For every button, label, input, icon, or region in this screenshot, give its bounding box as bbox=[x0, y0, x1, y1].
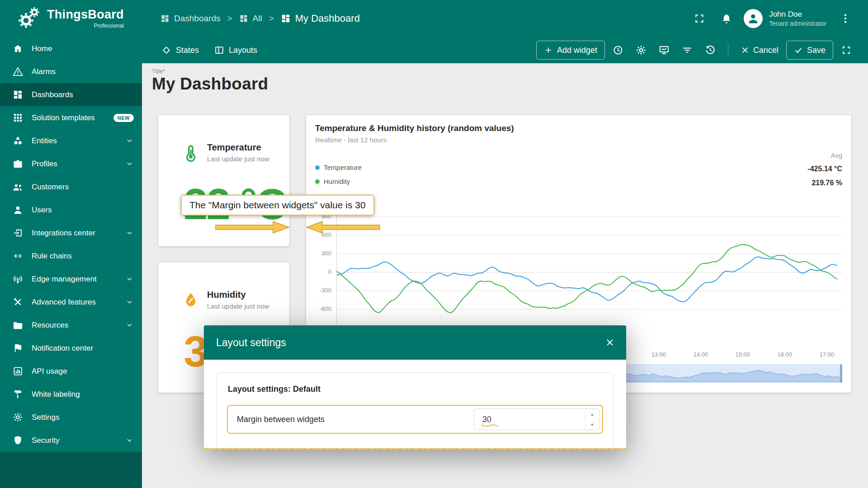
sidebar-item-notification-center[interactable]: Notification center bbox=[0, 337, 142, 360]
section-title: Layout settings: Default bbox=[228, 385, 603, 394]
sidebar-item-profiles[interactable]: Profiles bbox=[0, 152, 142, 175]
sidebar-item-dashboards[interactable]: Dashboards bbox=[0, 83, 142, 106]
chart-title: Temperature & Humidity history (random v… bbox=[315, 123, 514, 133]
avatar[interactable] bbox=[744, 9, 763, 28]
stepper-up-button[interactable]: ▲ bbox=[585, 409, 599, 419]
tour-arrow-right-icon bbox=[215, 220, 289, 235]
notifications-button[interactable] bbox=[717, 9, 736, 28]
sidebar-item-label: Resources bbox=[32, 321, 117, 330]
widget-header: Humidity Last update just now bbox=[182, 290, 269, 310]
brand-subtitle: Professional bbox=[47, 23, 124, 29]
alarm-icon bbox=[13, 66, 23, 77]
sidebar-item-alarms[interactable]: Alarms bbox=[0, 60, 142, 83]
entity-aliases-button[interactable] bbox=[654, 40, 674, 60]
legend-dot-temperature bbox=[315, 165, 320, 170]
dashboards-icon bbox=[281, 14, 291, 23]
app-root: ThingsBoard Professional Home Alarms Das… bbox=[0, 0, 868, 488]
antenna-icon bbox=[13, 274, 23, 284]
navigator-handle[interactable] bbox=[840, 364, 842, 383]
breadcrumb-label: Dashboards bbox=[174, 14, 220, 23]
layouts-button[interactable]: Layouts bbox=[213, 42, 258, 58]
sidebar-item-edge-management[interactable]: Edge management bbox=[0, 267, 142, 291]
brand[interactable]: ThingsBoard Professional bbox=[0, 0, 142, 37]
version-history-button[interactable] bbox=[700, 40, 720, 60]
breadcrumb: Dashboards > All > My Dashboard bbox=[160, 13, 689, 24]
y-tick: -300 bbox=[306, 287, 331, 294]
home-icon bbox=[13, 43, 23, 54]
apps-icon bbox=[13, 113, 23, 123]
fullscreen-icon bbox=[841, 45, 852, 56]
fullscreen-button[interactable] bbox=[689, 9, 709, 28]
expand-button[interactable] bbox=[836, 40, 856, 60]
add-widget-button[interactable]: Add widget bbox=[536, 41, 605, 60]
x-tick: 14:00 bbox=[693, 351, 708, 358]
chart-box-icon bbox=[13, 366, 23, 376]
sidebar-item-integrations-center[interactable]: Integrations center bbox=[0, 221, 142, 244]
tour-highlight-edge bbox=[204, 448, 626, 452]
sidebar-item-api-usage[interactable]: API usage bbox=[0, 360, 142, 383]
breadcrumb-my-dashboard[interactable]: My Dashboard bbox=[281, 13, 360, 24]
x-tick: 15:00 bbox=[736, 351, 750, 358]
thingsboard-logo-icon bbox=[17, 7, 41, 30]
tour-underline-icon bbox=[481, 424, 498, 427]
chevron-down-icon bbox=[125, 229, 134, 237]
legend-item-temperature[interactable]: Temperature bbox=[315, 160, 362, 174]
breadcrumb-dashboards[interactable]: Dashboards bbox=[160, 14, 220, 23]
states-button[interactable]: States bbox=[160, 42, 200, 58]
chart-subtitle: Realtime - last 12 hours bbox=[315, 136, 387, 144]
save-label: Save bbox=[807, 46, 826, 55]
dashboard-settings-button[interactable] bbox=[631, 40, 651, 60]
thermometer-icon bbox=[182, 144, 200, 162]
cancel-button[interactable]: Cancel bbox=[736, 42, 783, 59]
sidebar-item-label: Home bbox=[32, 44, 134, 53]
x-tick: 13:00 bbox=[651, 351, 666, 358]
sidebar-item-label: API usage bbox=[32, 367, 134, 376]
top-header: Dashboards > All > My Dashboard John Doe… bbox=[142, 0, 868, 37]
humidity-line bbox=[336, 244, 837, 313]
legend-dot-humidity bbox=[315, 179, 320, 184]
sidebar-item-advanced-features[interactable]: Advanced features bbox=[0, 291, 142, 314]
sidebar-item-label: Customers bbox=[32, 183, 134, 192]
sidebar-item-label: Security bbox=[32, 436, 117, 445]
legend-item-humidity[interactable]: Humidity bbox=[315, 174, 362, 188]
sidebar-item-resources[interactable]: Resources bbox=[0, 314, 142, 337]
filters-button[interactable] bbox=[677, 40, 697, 60]
title-field-label: Title* bbox=[152, 68, 165, 75]
layouts-label: Layouts bbox=[229, 46, 257, 55]
dialog-close-button[interactable] bbox=[600, 333, 620, 352]
history-icon bbox=[705, 45, 716, 56]
sidebar-item-users[interactable]: Users bbox=[0, 198, 142, 221]
x-tick: 16:00 bbox=[778, 351, 793, 358]
sidebar-item-home[interactable]: Home bbox=[0, 37, 142, 60]
save-button[interactable]: Save bbox=[786, 41, 833, 60]
person-icon bbox=[747, 12, 760, 25]
breadcrumb-all[interactable]: All bbox=[239, 14, 262, 23]
gridline bbox=[336, 291, 842, 291]
chevron-down-icon bbox=[125, 321, 134, 329]
time-window-button[interactable] bbox=[608, 40, 628, 60]
check-icon bbox=[794, 46, 803, 55]
sidebar-item-solution-templates[interactable]: Solution templatesNEW bbox=[0, 106, 142, 129]
sidebar-item-entities[interactable]: Entities bbox=[0, 129, 142, 152]
states-icon bbox=[161, 45, 171, 55]
sidebar-item-label: Solution templates bbox=[32, 113, 105, 122]
sidebar-item-rule-chains[interactable]: Rule chains bbox=[0, 244, 142, 267]
sidebar-item-white-labeling[interactable]: White labeling bbox=[0, 383, 142, 406]
sidebar-item-customers[interactable]: Customers bbox=[0, 175, 142, 198]
gridline-zero bbox=[336, 272, 842, 272]
sidebar-item-label: Entities bbox=[32, 136, 117, 145]
avg-humidity-value: 219.76 % bbox=[811, 179, 842, 187]
dashboards-icon bbox=[160, 14, 170, 23]
tour-callout: The "Margin between widgets" value is 30 bbox=[181, 195, 374, 216]
user-info[interactable]: John Doe Tenant administrator bbox=[769, 9, 826, 28]
user-menu-button[interactable] bbox=[835, 9, 855, 28]
states-label: States bbox=[176, 46, 199, 55]
sidebar-item-security[interactable]: Security bbox=[0, 429, 142, 452]
y-tick: 300 bbox=[306, 250, 331, 257]
dashboard-title-input[interactable]: My Dashboard bbox=[152, 75, 268, 94]
main-area: Dashboards > All > My Dashboard John Doe… bbox=[142, 0, 868, 488]
sidebar-item-settings[interactable]: Settings bbox=[0, 406, 142, 429]
sidebar-item-label: Advanced features bbox=[32, 298, 117, 307]
stepper-down-button[interactable]: ▼ bbox=[585, 419, 599, 430]
shield-icon bbox=[13, 435, 23, 446]
